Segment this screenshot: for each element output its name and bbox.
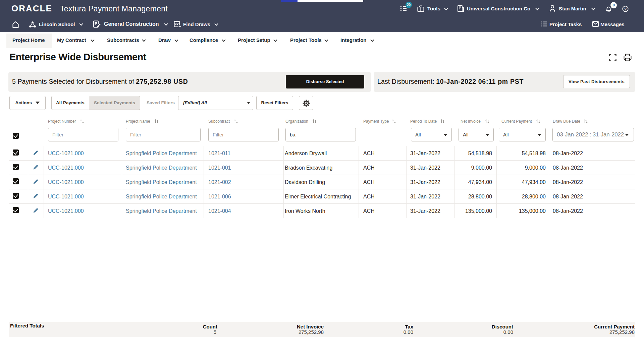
svg-text:?: ? xyxy=(624,7,627,11)
